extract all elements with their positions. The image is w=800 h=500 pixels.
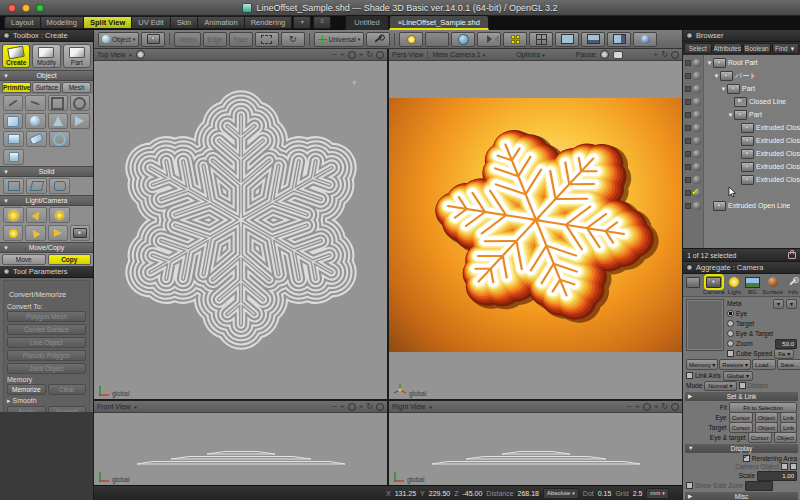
zoom-value-field[interactable]: 50.0 <box>775 339 797 349</box>
mirror-view-button[interactable] <box>477 32 501 47</box>
sphere-button[interactable] <box>25 113 45 129</box>
render-flag-icon[interactable] <box>685 86 691 92</box>
view-menu-arrow[interactable]: ▾ <box>134 404 137 410</box>
camera-object-button[interactable] <box>70 225 90 241</box>
light-camera-section-header[interactable]: ▼Light/Camera <box>0 195 93 206</box>
top-view-canvas[interactable]: + + global <box>94 61 387 399</box>
visibility-ball-icon[interactable] <box>693 72 701 80</box>
camera-mode-button[interactable] <box>141 32 165 47</box>
set-link-section-header[interactable]: ▶Set & Link <box>685 392 798 401</box>
expander-icon[interactable]: ▼ <box>706 60 713 66</box>
zoom-tool-icon[interactable] <box>376 51 384 59</box>
ambient-light-button[interactable] <box>48 225 68 241</box>
tool-parameters-header[interactable]: Tool Parameters <box>0 266 93 278</box>
zoom-tool-icon[interactable] <box>671 403 679 411</box>
modify-mode-button[interactable]: Modify <box>32 44 60 68</box>
solid-extrude-button[interactable] <box>26 178 47 194</box>
manipulator-button[interactable]: Universal▾ <box>314 32 365 47</box>
gutter-row[interactable] <box>683 108 703 121</box>
cube-speed-dropdown[interactable]: Fa ▾ <box>774 349 794 359</box>
rect-line-tool-button[interactable] <box>48 95 68 111</box>
memory-button[interactable]: Memory ▾ <box>686 359 718 370</box>
coordinate-mode-dropdown[interactable]: Absolute ▾ <box>543 488 579 499</box>
unit-dropdown[interactable]: mm ▾ <box>646 488 669 499</box>
zoom-out-button[interactable]: − <box>627 402 632 411</box>
aggregate-header[interactable]: Aggregate : Camera <box>683 262 800 274</box>
safe-zone-field[interactable] <box>745 481 773 491</box>
edge-mode-button[interactable]: Edge <box>203 32 227 47</box>
load-button[interactable]: Load... <box>752 359 776 370</box>
toolbox-header[interactable]: Toolbox : Create <box>0 30 93 42</box>
aggregate-tab-camera[interactable]: Camera <box>703 276 724 295</box>
create-mode-button[interactable]: Create <box>2 44 30 68</box>
pause-button[interactable]: Pause <box>576 51 596 58</box>
gutter-row[interactable] <box>683 95 703 108</box>
mode-dropdown[interactable]: Normal ▾ <box>704 381 736 391</box>
gutter-row[interactable] <box>683 160 703 173</box>
aggregate-tab-bg[interactable]: BG <box>744 276 760 295</box>
eye-target-object-button[interactable]: Object <box>774 432 797 443</box>
gutter-row[interactable] <box>683 69 703 82</box>
tree-row-extruded-closed[interactable]: Extruded Closed <box>704 121 800 134</box>
pers-view-label[interactable]: Pers View <box>392 51 423 58</box>
expander-icon[interactable]: ▼ <box>713 73 720 79</box>
pers-view-canvas[interactable]: global <box>389 61 682 399</box>
marquee-select-button[interactable] <box>255 32 279 47</box>
zoom-in-button[interactable]: + <box>340 402 345 411</box>
gutter-row[interactable] <box>683 82 703 95</box>
render-flag-icon[interactable] <box>685 164 691 170</box>
rounded-box-button[interactable] <box>3 113 23 129</box>
grid-snap-button[interactable] <box>503 32 527 47</box>
gutter-row[interactable] <box>683 147 703 160</box>
magnifier-icon[interactable] <box>643 403 651 411</box>
tab-rendering[interactable]: Rendering <box>244 16 293 29</box>
pen-tool-button[interactable] <box>3 95 23 111</box>
lock-icon[interactable] <box>788 252 796 259</box>
gutter-row[interactable]: ✓ <box>683 186 703 199</box>
render-flag-icon[interactable] <box>685 73 691 79</box>
tree-row-extruded-open-line[interactable]: Extruded Open Line <box>704 199 800 212</box>
disc-button[interactable] <box>49 131 70 147</box>
meta-sub-dropdown[interactable]: ▾ <box>786 299 797 309</box>
clear-button[interactable]: Clear <box>48 384 87 395</box>
split-side-view-button[interactable] <box>607 32 631 47</box>
camera-object-checkbox-2[interactable] <box>790 463 797 470</box>
tab-animation[interactable]: Animation <box>197 16 244 29</box>
tab-split-view[interactable]: Split View <box>83 16 132 29</box>
misc-section-header[interactable]: ▶Misc <box>685 492 798 500</box>
single-view-button[interactable] <box>555 32 579 47</box>
tab-uv-edit[interactable]: UV Edit <box>131 16 170 29</box>
zoom-in-button[interactable]: + <box>340 50 345 59</box>
scale-field[interactable]: 1.00 <box>757 471 797 481</box>
render-flag-icon[interactable] <box>685 203 691 209</box>
render-flag-icon[interactable] <box>685 60 691 66</box>
visibility-ball-icon[interactable] <box>693 59 701 67</box>
visibility-ball-icon[interactable] <box>693 124 701 132</box>
tab-modeling[interactable]: Modeling <box>40 16 84 29</box>
zoom-radio[interactable] <box>727 340 734 347</box>
restore-button[interactable]: Restore ▾ <box>719 359 751 370</box>
panel-collapse-icon[interactable] <box>3 268 10 275</box>
cube-button[interactable] <box>3 149 24 165</box>
visibility-ball-icon[interactable] <box>693 176 701 184</box>
convert-pseudo-polygon-button[interactable]: Pseudo Polygon <box>7 350 86 361</box>
meta-dropdown[interactable]: ▾ <box>773 299 784 309</box>
convert-line-object-button[interactable]: Line Object <box>7 337 86 348</box>
tab-layout[interactable]: Layout <box>4 16 41 29</box>
tree-row-extruded-closed[interactable]: Extruded Closed <box>704 134 800 147</box>
panel-collapse-icon[interactable] <box>686 264 693 271</box>
distant-light-button[interactable] <box>49 207 70 223</box>
tree-row-part[interactable]: ▼Part <box>704 82 800 95</box>
tree-row-part-jp[interactable]: ▼パート <box>704 69 800 82</box>
eye-target-radio[interactable] <box>727 330 734 337</box>
magnifier-icon[interactable] <box>348 403 356 411</box>
orbit-button[interactable]: ↻ <box>366 50 373 59</box>
top-view-label[interactable]: Top View <box>97 51 125 58</box>
link-axis-checkbox[interactable] <box>686 372 693 379</box>
pan-button[interactable]: + <box>654 50 659 59</box>
object-mode-button[interactable]: Object▾ <box>98 32 139 47</box>
zoom-out-button[interactable]: − <box>332 50 337 59</box>
zoom-out-button[interactable]: − <box>332 402 337 411</box>
gutter-row[interactable] <box>683 56 703 69</box>
zoom-tool-icon[interactable] <box>671 51 679 59</box>
